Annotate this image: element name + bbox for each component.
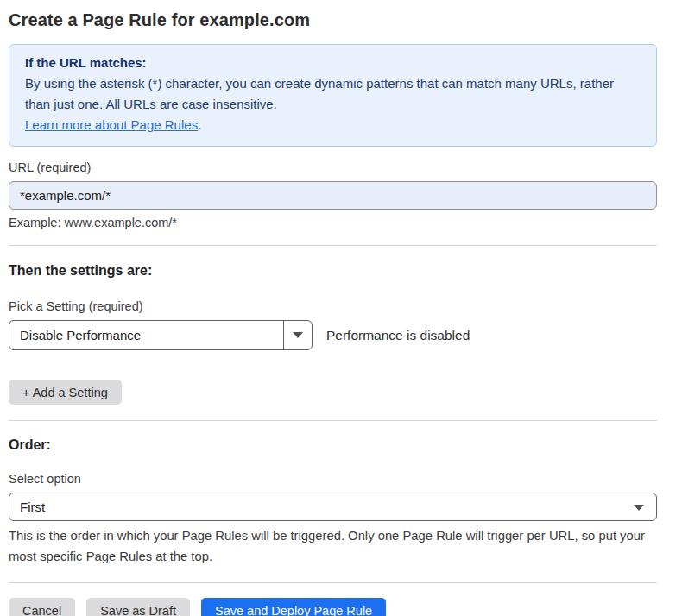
save-as-draft-button[interactable]: Save as Draft [86,598,190,616]
order-select[interactable]: First [9,493,657,521]
order-select-value: First [20,500,45,514]
info-box-link-line: Learn more about Page Rules. [25,115,641,135]
url-input[interactable] [9,181,657,210]
url-field-label: URL (required) [9,160,657,174]
create-page-rule-form: Create a Page Rule for example.com If th… [9,0,657,616]
learn-more-link[interactable]: Learn more about Page Rules [25,117,198,132]
order-section-heading: Order: [9,437,657,453]
setting-row: Disable Performance Performance is disab… [9,320,657,350]
setting-combobox-arrow-button[interactable] [283,321,312,349]
chevron-down-icon [293,332,303,338]
divider-settings-order [9,420,657,421]
link-period: . [198,117,201,132]
divider-url-settings [9,245,657,246]
setting-status-text: Performance is disabled [326,328,470,343]
page-title: Create a Page Rule for example.com [9,10,657,30]
url-matches-info-box: If the URL matches: By using the asteris… [9,44,657,147]
setting-combobox[interactable]: Disable Performance [9,320,313,350]
cancel-button[interactable]: Cancel [9,598,75,616]
url-example-text: Example: www.example.com/* [9,216,657,229]
add-setting-button[interactable]: + Add a Setting [9,380,122,405]
order-help-text: This is the order in which your Page Rul… [9,525,652,567]
footer-actions: Cancel Save as Draft Save and Deploy Pag… [9,598,657,616]
settings-section-heading: Then the settings are: [9,263,657,279]
setting-combobox-value: Disable Performance [9,321,283,349]
divider-footer [9,582,657,583]
chevron-down-icon [634,505,644,511]
save-and-deploy-button[interactable]: Save and Deploy Page Rule [201,598,386,616]
order-select-label: Select option [9,472,657,486]
info-box-body: By using the asterisk (*) character, you… [25,73,641,115]
pick-setting-label: Pick a Setting (required) [9,299,657,313]
info-box-heading: If the URL matches: [25,53,641,73]
